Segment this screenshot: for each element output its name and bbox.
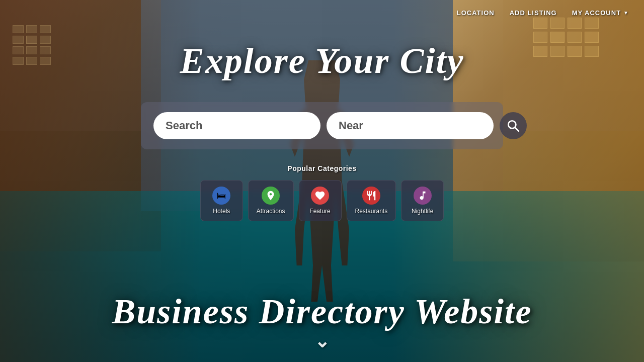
popular-categories-label: Popular Categories xyxy=(287,164,356,172)
search-button[interactable] xyxy=(500,112,527,139)
nightlife-label: Nightlife xyxy=(412,208,433,215)
nav-add-listing[interactable]: ADD LISTING xyxy=(510,9,557,17)
category-nightlife[interactable]: Nightlife xyxy=(401,180,444,221)
categories-section: Popular Categories 🛏 Hotels Attractions xyxy=(200,164,444,221)
category-attractions[interactable]: Attractions xyxy=(248,180,294,221)
attractions-icon xyxy=(262,187,280,205)
feature-icon xyxy=(311,187,329,205)
bottom-title: Business Directory Website xyxy=(0,292,644,332)
search-container xyxy=(141,102,503,149)
nav-location[interactable]: LOCATION xyxy=(457,9,495,17)
nav-my-account[interactable]: MY ACCOUNT ▼ xyxy=(572,9,629,17)
feature-label: Feature xyxy=(309,208,330,215)
hotels-label: Hotels xyxy=(213,208,230,215)
restaurants-icon xyxy=(362,187,380,205)
category-restaurants[interactable]: Restaurants xyxy=(347,180,396,221)
attractions-label: Attractions xyxy=(257,208,285,215)
hotels-icon: 🛏 xyxy=(212,187,230,205)
near-input[interactable] xyxy=(327,112,494,139)
categories-row: 🛏 Hotels Attractions Feature xyxy=(200,180,444,221)
category-feature[interactable]: Feature xyxy=(299,180,342,221)
search-icon xyxy=(507,119,520,132)
svg-line-1 xyxy=(515,128,519,131)
hero-title: Explore Your City xyxy=(180,40,464,82)
navigation: LOCATION ADD LISTING MY ACCOUNT ▼ xyxy=(0,0,644,25)
search-input[interactable] xyxy=(153,112,320,139)
nightlife-icon xyxy=(414,187,432,205)
category-hotels[interactable]: 🛏 Hotels xyxy=(200,180,243,221)
restaurants-label: Restaurants xyxy=(355,208,388,215)
account-dropdown-chevron: ▼ xyxy=(623,10,629,16)
scroll-down-chevron[interactable]: ⌄ xyxy=(314,331,330,352)
